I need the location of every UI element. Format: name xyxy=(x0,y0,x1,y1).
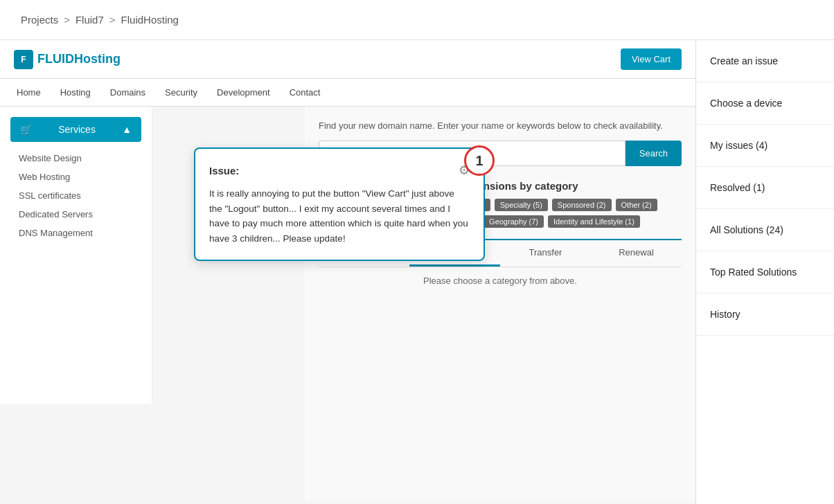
logo-text: FLUIDHosting xyxy=(37,52,121,66)
site-sidebar: 🛒 Services ▲ Website Design Web Hosting … xyxy=(0,107,152,404)
notification-badge: 1 xyxy=(464,145,495,176)
view-cart-button[interactable]: View Cart xyxy=(621,48,682,70)
nav-development[interactable]: Development xyxy=(214,79,273,106)
menu-website-design[interactable]: Website Design xyxy=(13,149,139,168)
issue-popup-text: It is really annoying to put the button … xyxy=(209,186,470,246)
breadcrumb-fluid7[interactable]: Fluid7 xyxy=(76,14,104,26)
services-icon: 🛒 xyxy=(20,124,32,135)
site-frame: F FLUIDHosting View Cart Home Hosting Do… xyxy=(0,40,695,504)
category-tag[interactable]: Geography (7) xyxy=(483,215,544,228)
site-header: F FLUIDHosting View Cart xyxy=(0,40,695,79)
col-renewal[interactable]: Renewal xyxy=(591,240,682,267)
issue-popup-header: Issue: ⚙ xyxy=(209,163,470,178)
menu-web-hosting[interactable]: Web Hosting xyxy=(13,168,139,186)
services-button[interactable]: 🛒 Services ▲ xyxy=(10,117,141,142)
nav-contact[interactable]: Contact xyxy=(287,79,323,106)
col-transfer[interactable]: Transfer xyxy=(500,240,591,267)
breadcrumb-fluidhosting[interactable]: FluidHosting xyxy=(121,14,179,26)
nav-home[interactable]: Home xyxy=(14,79,44,106)
content-area: F FLUIDHosting View Cart Home Hosting Do… xyxy=(0,40,695,504)
domain-search-description: Find your new domain name. Enter your na… xyxy=(319,120,682,131)
breadcrumb: Projects > Fluid7 > FluidHosting xyxy=(0,0,834,40)
right-sidebar: Create an issue Choose a device My issue… xyxy=(695,40,834,504)
category-tag[interactable]: Other (2) xyxy=(616,199,657,211)
right-sidebar-choose-device[interactable]: Choose a device xyxy=(696,82,834,125)
right-sidebar-create-issue[interactable]: Create an issue xyxy=(696,40,834,82)
breadcrumb-sep-2: > xyxy=(109,14,116,26)
menu-dedicated-servers[interactable]: Dedicated Servers xyxy=(13,205,139,224)
category-tag[interactable]: Identity and Lifestyle (1) xyxy=(548,215,640,228)
nav-security[interactable]: Security xyxy=(162,79,200,106)
menu-dns-management[interactable]: DNS Management xyxy=(13,224,139,242)
category-tag[interactable]: Sponsored (2) xyxy=(552,199,612,211)
breadcrumb-projects[interactable]: Projects xyxy=(21,14,58,26)
breadcrumb-sep-1: > xyxy=(64,14,70,26)
right-sidebar-history[interactable]: History xyxy=(696,294,834,336)
services-menu: Website Design Web Hosting SSL certifica… xyxy=(10,149,141,242)
issue-popup-title: Issue: xyxy=(209,165,239,177)
issue-popup: Issue: ⚙ It is really annoying to put th… xyxy=(194,147,485,261)
site-nav: Home Hosting Domains Security Developmen… xyxy=(0,79,695,107)
nav-hosting[interactable]: Hosting xyxy=(57,79,94,106)
category-tag[interactable]: Specialty (5) xyxy=(495,199,548,211)
logo-icon: F xyxy=(14,50,33,69)
nav-domains[interactable]: Domains xyxy=(107,79,148,106)
main-layout: F FLUIDHosting View Cart Home Hosting Do… xyxy=(0,40,834,504)
right-sidebar-all-solutions[interactable]: All Solutions (24) xyxy=(696,209,834,251)
site-logo: F FLUIDHosting xyxy=(14,50,121,69)
right-sidebar-top-rated[interactable]: Top Rated Solutions xyxy=(696,251,834,294)
right-sidebar-my-issues[interactable]: My issues (4) xyxy=(696,125,834,167)
services-label: Services xyxy=(58,124,96,135)
menu-ssl-certificates[interactable]: SSL certificates xyxy=(13,186,139,205)
table-note: Please choose a category from above. xyxy=(319,267,682,294)
search-button[interactable]: Search xyxy=(626,141,682,166)
chevron-up-icon: ▲ xyxy=(122,124,132,135)
notification-count: 1 xyxy=(475,153,483,169)
right-sidebar-resolved[interactable]: Resolved (1) xyxy=(696,167,834,209)
